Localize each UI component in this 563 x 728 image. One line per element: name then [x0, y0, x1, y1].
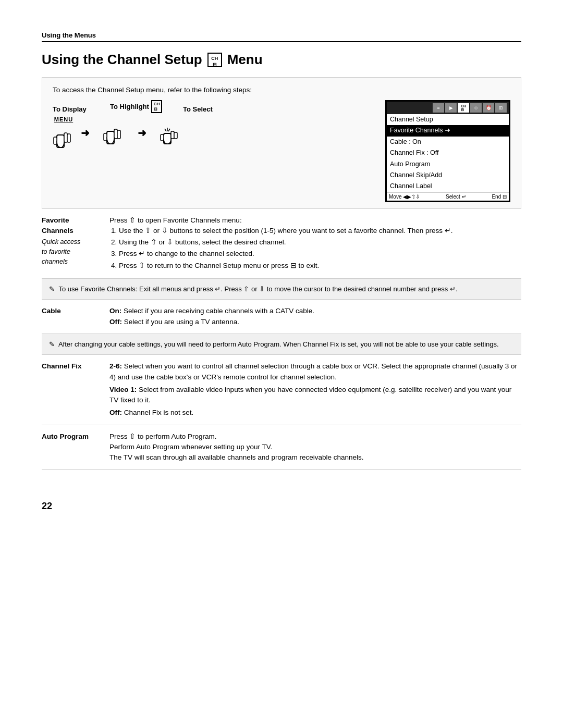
- tv-menu-bottom: Move ◀▶⇧⇩ Select ↵ End ⊟: [387, 192, 509, 201]
- svg-rect-3: [54, 137, 57, 144]
- svg-rect-6: [117, 130, 120, 139]
- tv-menu-items: Channel Setup Favorite Channels ➜ Cable …: [387, 114, 509, 192]
- step-3: Press ↵ to change to the channel selecte…: [119, 249, 517, 259]
- row-favorite-channels: FavoriteChannels Quick accessto favorite…: [42, 209, 521, 279]
- section-label: Using the Menus: [42, 31, 521, 39]
- top-divider: [42, 41, 521, 42]
- tv-menu-box: ≡ ▶ CH⊟ ☺ ⏰ ⊞ Channel Setup Favorite Cha…: [385, 100, 510, 202]
- note-favorite: ✎ To use Favorite Channels: Exit all men…: [42, 278, 521, 300]
- tv-icon-5: ⏰: [483, 103, 494, 113]
- hand-icon-3: [160, 120, 181, 146]
- cable-on: On: Select if you are receiving cable ch…: [109, 306, 517, 316]
- select-step: [150, 120, 191, 146]
- row-cable: Cable On: Select if you are receiving ca…: [42, 300, 521, 334]
- favorite-channels-steps: Use the ⇧ or ⇩ buttons to select the pos…: [109, 226, 517, 271]
- display-label: To Display: [53, 105, 110, 113]
- hand-icon-2: [103, 120, 125, 146]
- page-title: Using the Channel Setup CH⊟ Menu: [42, 52, 521, 68]
- title-prefix: Using the Channel Setup: [42, 52, 202, 68]
- tv-icon-3: CH⊟: [458, 103, 469, 113]
- hand-icon-1: [53, 124, 75, 150]
- content-auto-program: Press ⇧ to perform Auto Program. Perform…: [109, 425, 521, 470]
- icons-row: MENU ➜: [53, 116, 385, 150]
- tv-menu-item-7: Channel Label: [387, 181, 509, 192]
- steps-labels: To Display To Highlight CH⊟ To Select: [53, 100, 385, 113]
- tv-menu-item-3: Cable : On: [387, 137, 509, 147]
- content-table: FavoriteChannels Quick accessto favorite…: [42, 209, 521, 470]
- title-suffix: Menu: [227, 52, 263, 68]
- tv-select-label: Select ↵: [446, 194, 466, 200]
- note-favorite-text: To use Favorite Channels: Exit all menus…: [58, 285, 457, 293]
- content-cable: On: Select if you are receiving cable ch…: [109, 300, 521, 334]
- svg-rect-10: [174, 132, 177, 139]
- row-auto-program: Auto Program Press ⇧ to perform Auto Pro…: [42, 425, 521, 470]
- tv-menu-icons-row: ≡ ▶ CH⊟ ☺ ⏰ ⊞: [387, 102, 509, 114]
- row-note-cable: ✎ After changing your cable settings, yo…: [42, 334, 521, 355]
- intro-text: To access the Channel Setup menu, refer …: [53, 86, 510, 94]
- content-favorite-channels: Press ⇧ to open Favorite Channels menu: …: [109, 209, 521, 279]
- label-favorite-channels: FavoriteChannels Quick accessto favorite…: [42, 209, 109, 279]
- svg-rect-9: [171, 131, 174, 139]
- auto-program-line3: The TV will scan through all available c…: [109, 452, 517, 463]
- intro-box: To access the Channel Setup menu, refer …: [42, 77, 521, 209]
- menu-step: MENU: [53, 116, 75, 150]
- content-channel-fix: 2-6: Select when you want to control all…: [109, 355, 521, 425]
- highlight-icon: CH⊟: [151, 100, 163, 113]
- svg-line-14: [168, 129, 170, 131]
- tv-icon-1: ≡: [433, 103, 444, 113]
- note-cable-text: After changing your cable settings, you …: [58, 340, 499, 348]
- channel-fix-off: Off: Channel Fix is not set.: [109, 408, 517, 418]
- menu-text: MENU: [54, 116, 73, 122]
- tv-menu-item-4: Channel Fix : Off: [387, 147, 509, 158]
- tv-icon-2: ▶: [445, 103, 457, 113]
- arrow-2: ➜: [138, 127, 146, 139]
- tv-menu-item-6: Channel Skip/Add: [387, 170, 509, 181]
- arrow-1: ➜: [81, 127, 90, 139]
- cable-off: Off: Select if you are using a TV antenn…: [109, 317, 517, 327]
- label-auto-program: Auto Program: [42, 425, 109, 470]
- svg-rect-11: [161, 134, 164, 141]
- select-label: To Select: [183, 105, 213, 113]
- note-favorite-box: ✎ To use Favorite Channels: Exit all men…: [42, 279, 521, 300]
- step-1: Use the ⇧ or ⇩ buttons to select the pos…: [119, 226, 517, 236]
- tv-menu-item-2: Favorite Channels ➜: [387, 125, 509, 136]
- tv-end-label: End ⊟: [492, 194, 507, 200]
- note-cable: ✎ After changing your cable settings, yo…: [42, 334, 521, 355]
- steps-left: To Display To Highlight CH⊟ To Select ME…: [53, 100, 385, 150]
- auto-program-line1: Press ⇧ to perform Auto Program.: [109, 431, 517, 442]
- channel-fix-26: 2-6: Select when you want to control all…: [109, 361, 517, 382]
- tv-menu-item-1: Channel Setup: [387, 114, 509, 125]
- steps-row: To Display To Highlight CH⊟ To Select ME…: [53, 100, 510, 208]
- note-cable-box: ✎ After changing your cable settings, yo…: [42, 334, 521, 355]
- tv-icon-6: ⊞: [495, 103, 507, 113]
- highlight-label: To Highlight CH⊟: [110, 100, 183, 113]
- channel-fix-video1: Video 1: Select from available video inp…: [109, 385, 517, 406]
- step-2: Using the ⇧ or ⇩ buttons, select the des…: [119, 237, 517, 248]
- svg-line-13: [165, 129, 166, 131]
- svg-rect-5: [114, 129, 117, 139]
- row-channel-fix: Channel Fix 2-6: Select when you want to…: [42, 355, 521, 425]
- tv-icon-4: ☺: [470, 103, 482, 113]
- channel-setup-icon: CH⊟: [207, 53, 222, 67]
- svg-rect-7: [104, 133, 107, 141]
- svg-rect-2: [67, 134, 70, 142]
- tv-menu-item-5: Auto Program: [387, 159, 509, 170]
- tv-move-label: Move ◀▶⇧⇩: [389, 194, 420, 200]
- svg-rect-1: [64, 133, 67, 142]
- note-icon-2: ✎: [49, 340, 55, 348]
- label-channel-fix: Channel Fix: [42, 355, 109, 425]
- step-4: Press ⇧ to return to the Channel Setup m…: [119, 261, 517, 271]
- highlight-step: [93, 120, 134, 146]
- row-note-favorite: ✎ To use Favorite Channels: Exit all men…: [42, 278, 521, 300]
- note-icon-1: ✎: [49, 285, 55, 293]
- page-number: 22: [42, 501, 521, 512]
- auto-program-line2: Perform Auto Program whenever setting up…: [109, 442, 517, 452]
- label-cable: Cable: [42, 300, 109, 334]
